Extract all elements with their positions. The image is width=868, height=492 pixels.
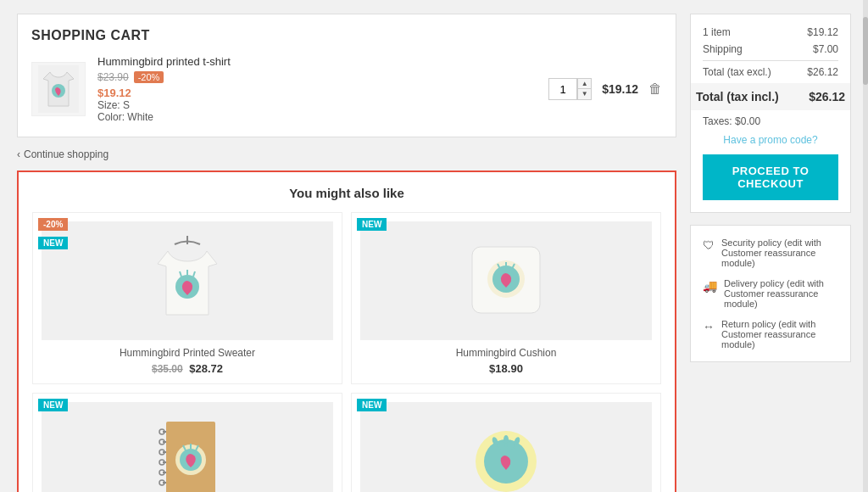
checkout-button[interactable]: PROCEED TO CHECKOUT bbox=[703, 154, 838, 200]
summary-total-excl-price: $26.12 bbox=[807, 66, 838, 78]
return-policy-item: ↔ Return policy (edit with Customer reas… bbox=[703, 319, 838, 349]
scrollbar[interactable] bbox=[863, 0, 868, 492]
delivery-policy-text: Delivery policy (edit with Customer reas… bbox=[724, 278, 838, 309]
qty-increment-button[interactable]: ▲ bbox=[577, 79, 591, 89]
order-summary: 1 item $19.12 Shipping $7.00 Total (tax … bbox=[690, 14, 851, 213]
new-badge-vector: NEW bbox=[357, 399, 387, 411]
qty-decrement-button[interactable]: ▼ bbox=[577, 89, 591, 99]
product-card-cushion[interactable]: NEW bbox=[351, 212, 661, 384]
cart-item-discount-badge: -20% bbox=[134, 71, 164, 83]
security-policy-item: 🛡 Security policy (edit with Customer re… bbox=[703, 238, 838, 268]
product-price-cushion: $18.90 bbox=[360, 362, 652, 375]
continue-shopping-link[interactable]: ‹ Continue shopping bbox=[17, 148, 108, 160]
cart-item-price-original: $23.90 bbox=[97, 71, 129, 83]
product-price-sweater: $35.00 $28.72 bbox=[42, 362, 333, 375]
cart-item-total-price: $19.12 bbox=[602, 82, 638, 96]
cart-title: SHOPPING CART bbox=[31, 28, 662, 43]
notebook-svg bbox=[149, 415, 225, 492]
cart-item-price-sale: $19.12 bbox=[97, 87, 537, 99]
delivery-policy-item: 🚚 Delivery policy (edit with Customer re… bbox=[703, 278, 838, 309]
security-policy-text: Security policy (edit with Customer reas… bbox=[721, 238, 838, 268]
product-card-notebook[interactable]: NEW bbox=[32, 393, 342, 492]
remove-item-button[interactable]: 🗑 bbox=[648, 81, 662, 97]
recommendations-section: You might also like -20% NEW bbox=[17, 171, 676, 492]
new-badge-sweater: NEW bbox=[38, 237, 68, 249]
cart-item-details: Hummingbird printed t-shirt $23.90 -20% … bbox=[97, 55, 537, 123]
return-icon: ↔ bbox=[703, 320, 715, 333]
sidebar: 1 item $19.12 Shipping $7.00 Total (tax … bbox=[690, 14, 851, 492]
product-original-price-sweater: $35.00 bbox=[152, 363, 183, 375]
cart-item-color: Color: White bbox=[97, 111, 537, 123]
new-badge-notebook: NEW bbox=[38, 399, 68, 411]
product-image-vector: 📄 bbox=[360, 402, 652, 492]
products-grid: -20% NEW bbox=[32, 212, 661, 492]
promo-code-link[interactable]: Have a promo code? bbox=[703, 134, 838, 146]
summary-shipping-price: $7.00 bbox=[813, 43, 838, 55]
summary-shipping-row: Shipping $7.00 bbox=[703, 43, 838, 55]
summary-taxes: Taxes: $0.00 bbox=[703, 115, 838, 127]
policy-section: 🛡 Security policy (edit with Customer re… bbox=[690, 225, 851, 362]
product-image-notebook bbox=[42, 402, 333, 492]
summary-items-row: 1 item $19.12 bbox=[703, 26, 838, 38]
sweater-svg bbox=[149, 234, 225, 327]
summary-total-excl-row: Total (tax excl.) $26.12 bbox=[703, 60, 838, 78]
shield-icon: 🛡 bbox=[703, 238, 715, 252]
vector-svg bbox=[464, 419, 548, 492]
summary-total-excl-label: Total (tax excl.) bbox=[703, 66, 771, 78]
cart-item-qty-price-area: ▲ ▼ $19.12 🗑 bbox=[548, 78, 662, 100]
product-card-sweater[interactable]: -20% NEW bbox=[32, 212, 342, 384]
product-image-cushion bbox=[360, 221, 652, 340]
summary-items-price: $19.12 bbox=[807, 26, 838, 38]
summary-total-incl-price: $26.12 bbox=[809, 90, 845, 103]
truck-icon: 🚚 bbox=[703, 279, 717, 293]
new-badge-cushion: NEW bbox=[357, 218, 387, 231]
tshirt-icon bbox=[38, 65, 79, 113]
return-policy-text: Return policy (edit with Customer reassu… bbox=[721, 319, 838, 349]
svg-point-41 bbox=[504, 435, 509, 444]
recommendations-title: You might also like bbox=[32, 186, 661, 200]
product-card-vector[interactable]: NEW bbox=[351, 393, 661, 492]
summary-items-label: 1 item bbox=[703, 26, 731, 38]
summary-grand-total-row: Total (tax incl.) $26.12 bbox=[691, 83, 850, 110]
cushion-svg bbox=[459, 238, 553, 323]
discount-badge-sweater: -20% bbox=[38, 218, 68, 231]
scrollbar-thumb[interactable] bbox=[863, 17, 868, 85]
summary-shipping-label: Shipping bbox=[703, 43, 743, 55]
cart-item-qty-input[interactable] bbox=[549, 81, 576, 98]
product-image-sweater bbox=[42, 221, 333, 340]
chevron-left-icon: ‹ bbox=[17, 148, 20, 160]
cart-item-name: Hummingbird printed t-shirt bbox=[97, 55, 537, 68]
cart-item-image bbox=[31, 62, 86, 116]
summary-total-incl-label: Total (tax incl.) bbox=[696, 90, 779, 103]
product-name-cushion: Hummingbird Cushion bbox=[360, 347, 652, 359]
product-name-sweater: Hummingbird Printed Sweater bbox=[42, 347, 333, 359]
cart-item-size: Size: S bbox=[97, 99, 537, 111]
